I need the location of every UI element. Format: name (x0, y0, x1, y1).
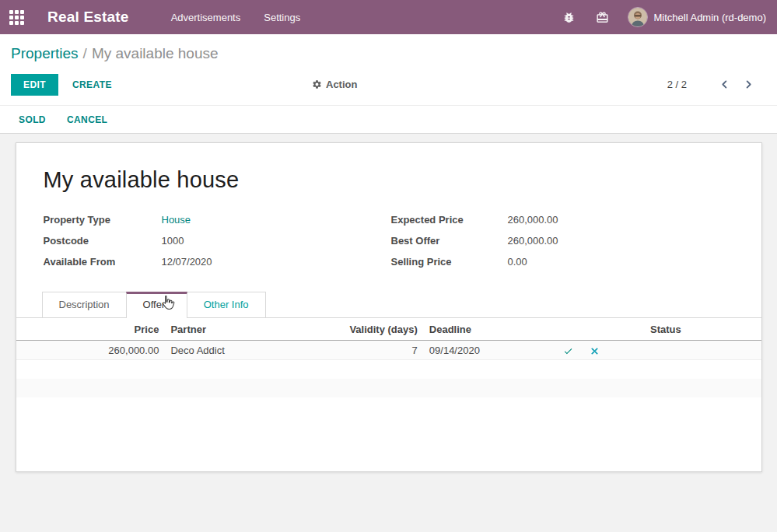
edit-button[interactable]: EDIT (11, 74, 58, 96)
bug-icon[interactable] (562, 11, 576, 24)
offer-row[interactable]: 260,000.00 Deco Addict 7 09/14/2020 (16, 341, 761, 360)
control-buttons-row: EDIT CREATE Action 2 / 2 (11, 74, 765, 95)
offer-deadline: 09/14/2020 (418, 345, 544, 356)
cancel-button[interactable]: CANCEL (67, 114, 107, 125)
pager-next-icon[interactable] (744, 79, 754, 89)
field-best-offer: Best Offer 260,000.00 (391, 235, 739, 247)
field-value: 260,000.00 (508, 214, 558, 226)
field-value: 1000 (162, 235, 184, 247)
offer-actions (544, 344, 619, 355)
create-button[interactable]: CREATE (72, 79, 112, 90)
tab-description[interactable]: Description (42, 292, 127, 317)
check-icon[interactable] (563, 346, 573, 356)
notebook-tabs: Description Offers Other Info (16, 292, 761, 318)
user-menu[interactable]: Mitchell Admin (rd-demo) (654, 12, 767, 23)
apps-menu-icon[interactable] (9, 10, 24, 25)
empty-row (16, 397, 761, 416)
nav-menus: Advertisements Settings (171, 12, 301, 23)
offers-table: Price Partner Validity (days) Deadline S… (16, 318, 761, 416)
column-header-validity[interactable]: Validity (days) (328, 324, 418, 335)
navbar-right: Mitchell Admin (rd-demo) (542, 7, 767, 27)
pager: 2 / 2 (667, 79, 765, 90)
field-expected-price: Expected Price 260,000.00 (391, 214, 739, 226)
control-panel: Properties/My available house EDIT CREAT… (0, 34, 777, 105)
field-label: Expected Price (391, 214, 508, 226)
tab-offers[interactable]: Offers (126, 292, 187, 318)
menu-settings[interactable]: Settings (264, 12, 300, 23)
menu-advertisements[interactable]: Advertisements (171, 12, 241, 23)
sold-button[interactable]: SOLD (19, 114, 46, 125)
offer-validity: 7 (328, 345, 418, 356)
field-label: Selling Price (391, 256, 508, 268)
field-property-type: Property Type House (44, 214, 391, 226)
field-groups: Property Type House Postcode 1000 Availa… (16, 214, 761, 277)
gear-icon (312, 79, 322, 89)
user-avatar[interactable] (628, 7, 648, 27)
empty-row (16, 379, 761, 397)
column-header-deadline[interactable]: Deadline (418, 324, 544, 335)
form-sheet: My available house Property Type House P… (16, 142, 762, 472)
field-label: Best Offer (391, 235, 508, 247)
breadcrumb-properties[interactable]: Properties (11, 45, 79, 61)
form-statusbar: SOLD CANCEL (0, 105, 777, 134)
form-view: My available house Property Type House P… (0, 134, 777, 532)
field-selling-price: Selling Price 0.00 (391, 256, 739, 268)
field-value: 12/07/2020 (162, 256, 212, 268)
field-label: Available From (44, 256, 162, 268)
property-type-link[interactable]: House (162, 214, 191, 226)
breadcrumb-current: My available house (92, 45, 219, 61)
field-value: 0.00 (508, 256, 527, 268)
empty-row (16, 360, 761, 379)
gift-icon[interactable] (596, 11, 609, 24)
offer-price: 260,000.00 (16, 345, 159, 356)
column-header-partner[interactable]: Partner (159, 324, 327, 335)
x-icon[interactable] (590, 346, 600, 356)
field-group-right: Expected Price 260,000.00 Best Offer 260… (391, 214, 739, 277)
action-menu[interactable]: Action (312, 79, 357, 90)
field-group-left: Property Type House Postcode 1000 Availa… (44, 214, 391, 277)
offer-partner: Deco Addict (159, 345, 327, 356)
pager-previous-icon[interactable] (719, 79, 730, 89)
column-header-price[interactable]: Price (16, 324, 159, 335)
tab-other-info[interactable]: Other Info (187, 292, 266, 317)
field-available-from: Available From 12/07/2020 (44, 256, 391, 268)
field-value: 260,000.00 (508, 235, 558, 247)
field-label: Postcode (44, 235, 162, 247)
offers-table-header: Price Partner Validity (days) Deadline S… (16, 318, 761, 341)
breadcrumb-separator: / (83, 45, 87, 61)
action-label: Action (326, 79, 357, 90)
app-name[interactable]: Real Estate (47, 9, 129, 26)
column-header-status[interactable]: Status (618, 324, 712, 335)
record-title: My available house (16, 143, 761, 193)
top-navbar: Real Estate Advertisements Settings Mitc… (0, 0, 777, 34)
field-label: Property Type (44, 214, 162, 226)
pager-value[interactable]: 2 / 2 (667, 79, 687, 90)
field-postcode: Postcode 1000 (44, 235, 391, 247)
breadcrumb: Properties/My available house (11, 45, 765, 62)
